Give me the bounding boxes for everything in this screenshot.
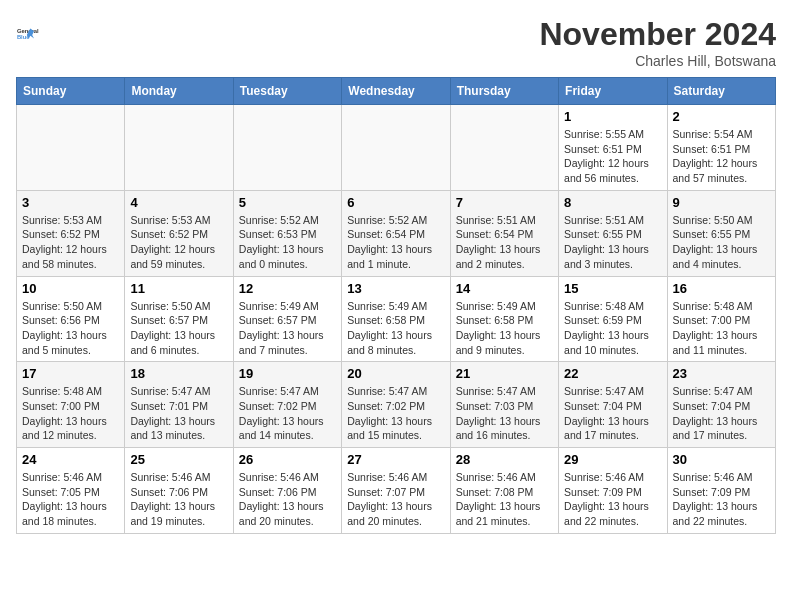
calendar-cell: 14Sunrise: 5:49 AMSunset: 6:58 PMDayligh… [450,276,558,362]
calendar-cell: 10Sunrise: 5:50 AMSunset: 6:56 PMDayligh… [17,276,125,362]
header-sunday: Sunday [17,78,125,105]
calendar-cell: 18Sunrise: 5:47 AMSunset: 7:01 PMDayligh… [125,362,233,448]
day-info: Sunrise: 5:48 AMSunset: 6:59 PMDaylight:… [564,299,661,358]
calendar-cell: 7Sunrise: 5:51 AMSunset: 6:54 PMDaylight… [450,190,558,276]
day-number: 21 [456,366,553,381]
day-number: 25 [130,452,227,467]
day-number: 30 [673,452,770,467]
day-info: Sunrise: 5:46 AMSunset: 7:05 PMDaylight:… [22,470,119,529]
calendar-cell: 30Sunrise: 5:46 AMSunset: 7:09 PMDayligh… [667,448,775,534]
day-number: 29 [564,452,661,467]
day-info: Sunrise: 5:46 AMSunset: 7:06 PMDaylight:… [239,470,336,529]
calendar-cell: 20Sunrise: 5:47 AMSunset: 7:02 PMDayligh… [342,362,450,448]
calendar-cell: 21Sunrise: 5:47 AMSunset: 7:03 PMDayligh… [450,362,558,448]
header-friday: Friday [559,78,667,105]
day-info: Sunrise: 5:54 AMSunset: 6:51 PMDaylight:… [673,127,770,186]
calendar-cell: 26Sunrise: 5:46 AMSunset: 7:06 PMDayligh… [233,448,341,534]
day-number: 18 [130,366,227,381]
header-monday: Monday [125,78,233,105]
day-info: Sunrise: 5:52 AMSunset: 6:54 PMDaylight:… [347,213,444,272]
week-row-2: 3Sunrise: 5:53 AMSunset: 6:52 PMDaylight… [17,190,776,276]
day-info: Sunrise: 5:47 AMSunset: 7:03 PMDaylight:… [456,384,553,443]
calendar-cell: 25Sunrise: 5:46 AMSunset: 7:06 PMDayligh… [125,448,233,534]
calendar-cell [233,105,341,191]
day-info: Sunrise: 5:48 AMSunset: 7:00 PMDaylight:… [673,299,770,358]
calendar-table: SundayMondayTuesdayWednesdayThursdayFrid… [16,77,776,534]
logo-icon: General Blue [16,16,52,52]
day-info: Sunrise: 5:51 AMSunset: 6:55 PMDaylight:… [564,213,661,272]
day-number: 1 [564,109,661,124]
calendar-cell: 24Sunrise: 5:46 AMSunset: 7:05 PMDayligh… [17,448,125,534]
calendar-cell: 29Sunrise: 5:46 AMSunset: 7:09 PMDayligh… [559,448,667,534]
calendar-cell: 9Sunrise: 5:50 AMSunset: 6:55 PMDaylight… [667,190,775,276]
day-info: Sunrise: 5:55 AMSunset: 6:51 PMDaylight:… [564,127,661,186]
day-info: Sunrise: 5:51 AMSunset: 6:54 PMDaylight:… [456,213,553,272]
calendar-cell: 11Sunrise: 5:50 AMSunset: 6:57 PMDayligh… [125,276,233,362]
day-number: 3 [22,195,119,210]
header-tuesday: Tuesday [233,78,341,105]
page-header: General Blue General Blue November 2024 … [16,16,776,69]
day-info: Sunrise: 5:48 AMSunset: 7:00 PMDaylight:… [22,384,119,443]
day-number: 20 [347,366,444,381]
day-number: 6 [347,195,444,210]
header-thursday: Thursday [450,78,558,105]
calendar-cell [17,105,125,191]
day-info: Sunrise: 5:50 AMSunset: 6:56 PMDaylight:… [22,299,119,358]
day-info: Sunrise: 5:46 AMSunset: 7:09 PMDaylight:… [564,470,661,529]
calendar-cell: 15Sunrise: 5:48 AMSunset: 6:59 PMDayligh… [559,276,667,362]
day-number: 2 [673,109,770,124]
week-row-4: 17Sunrise: 5:48 AMSunset: 7:00 PMDayligh… [17,362,776,448]
calendar-cell: 22Sunrise: 5:47 AMSunset: 7:04 PMDayligh… [559,362,667,448]
day-number: 10 [22,281,119,296]
day-info: Sunrise: 5:49 AMSunset: 6:57 PMDaylight:… [239,299,336,358]
day-number: 28 [456,452,553,467]
day-number: 7 [456,195,553,210]
calendar-cell: 23Sunrise: 5:47 AMSunset: 7:04 PMDayligh… [667,362,775,448]
logo: General Blue General Blue [16,16,52,52]
calendar-cell: 17Sunrise: 5:48 AMSunset: 7:00 PMDayligh… [17,362,125,448]
month-title: November 2024 [539,16,776,53]
calendar-cell: 3Sunrise: 5:53 AMSunset: 6:52 PMDaylight… [17,190,125,276]
day-info: Sunrise: 5:47 AMSunset: 7:02 PMDaylight:… [347,384,444,443]
header-saturday: Saturday [667,78,775,105]
calendar-cell [125,105,233,191]
calendar-cell: 19Sunrise: 5:47 AMSunset: 7:02 PMDayligh… [233,362,341,448]
calendar-header-row: SundayMondayTuesdayWednesdayThursdayFrid… [17,78,776,105]
day-number: 27 [347,452,444,467]
day-info: Sunrise: 5:49 AMSunset: 6:58 PMDaylight:… [347,299,444,358]
day-number: 4 [130,195,227,210]
day-number: 16 [673,281,770,296]
day-info: Sunrise: 5:46 AMSunset: 7:08 PMDaylight:… [456,470,553,529]
day-info: Sunrise: 5:47 AMSunset: 7:04 PMDaylight:… [564,384,661,443]
day-number: 19 [239,366,336,381]
day-info: Sunrise: 5:46 AMSunset: 7:06 PMDaylight:… [130,470,227,529]
week-row-5: 24Sunrise: 5:46 AMSunset: 7:05 PMDayligh… [17,448,776,534]
calendar-cell: 16Sunrise: 5:48 AMSunset: 7:00 PMDayligh… [667,276,775,362]
calendar-cell: 6Sunrise: 5:52 AMSunset: 6:54 PMDaylight… [342,190,450,276]
day-info: Sunrise: 5:50 AMSunset: 6:57 PMDaylight:… [130,299,227,358]
day-number: 15 [564,281,661,296]
calendar-cell [450,105,558,191]
location: Charles Hill, Botswana [539,53,776,69]
day-number: 9 [673,195,770,210]
calendar-cell [342,105,450,191]
day-info: Sunrise: 5:49 AMSunset: 6:58 PMDaylight:… [456,299,553,358]
calendar-cell: 12Sunrise: 5:49 AMSunset: 6:57 PMDayligh… [233,276,341,362]
calendar-cell: 4Sunrise: 5:53 AMSunset: 6:52 PMDaylight… [125,190,233,276]
calendar-cell: 27Sunrise: 5:46 AMSunset: 7:07 PMDayligh… [342,448,450,534]
day-info: Sunrise: 5:52 AMSunset: 6:53 PMDaylight:… [239,213,336,272]
day-number: 23 [673,366,770,381]
day-info: Sunrise: 5:53 AMSunset: 6:52 PMDaylight:… [130,213,227,272]
title-block: November 2024 Charles Hill, Botswana [539,16,776,69]
day-number: 22 [564,366,661,381]
day-info: Sunrise: 5:53 AMSunset: 6:52 PMDaylight:… [22,213,119,272]
calendar-cell: 8Sunrise: 5:51 AMSunset: 6:55 PMDaylight… [559,190,667,276]
calendar-cell: 2Sunrise: 5:54 AMSunset: 6:51 PMDaylight… [667,105,775,191]
week-row-1: 1Sunrise: 5:55 AMSunset: 6:51 PMDaylight… [17,105,776,191]
week-row-3: 10Sunrise: 5:50 AMSunset: 6:56 PMDayligh… [17,276,776,362]
calendar-cell: 1Sunrise: 5:55 AMSunset: 6:51 PMDaylight… [559,105,667,191]
day-number: 14 [456,281,553,296]
day-number: 24 [22,452,119,467]
day-number: 17 [22,366,119,381]
day-info: Sunrise: 5:46 AMSunset: 7:07 PMDaylight:… [347,470,444,529]
